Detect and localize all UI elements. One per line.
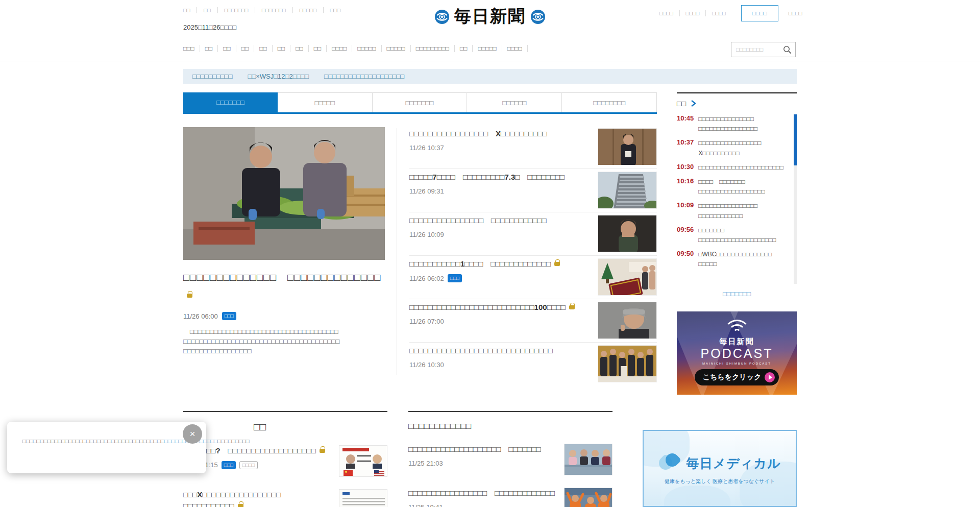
header-right-link[interactable]: □□□□: [680, 10, 706, 16]
thumbnail-image[interactable]: [339, 489, 387, 507]
tab-5[interactable]: □□□□□□□□: [562, 92, 657, 112]
nav-item[interactable]: □□□□□: [352, 45, 381, 52]
search-icon[interactable]: [783, 45, 792, 56]
headline-title[interactable]: □□□□□□□□□□□1□□□□ □□□□□□□□□□□□□: [409, 258, 590, 269]
nav-item[interactable]: □□□□□: [473, 45, 502, 52]
section-rule: [183, 411, 387, 412]
news-title[interactable]: □□□□ □□□□□□□ □□□□□□□□□□□□□□□□□□: [698, 177, 790, 197]
nav-item[interactable]: □□: [200, 45, 218, 52]
thumbnail-image[interactable]: [598, 128, 657, 165]
utility-link[interactable]: □□□: [324, 7, 347, 13]
utility-link[interactable]: □□: [183, 7, 197, 13]
lead-story-badge: □□□: [222, 312, 236, 320]
news-title[interactable]: □□□□□□□□□□□□□□□□□□□□□□□: [698, 163, 783, 173]
headline-time: 11/26 10:30: [409, 361, 590, 369]
more-news-link[interactable]: □□□□□□□: [677, 290, 797, 298]
headline-list: □□□□□□□□□□□□□□□□□ X□□□□□□□□□□ 11/26 10:3…: [409, 126, 657, 385]
nav-item[interactable]: □□□□□: [382, 45, 411, 52]
podcast-banner[interactable]: 毎日新聞 PODCAST MAINICHI SHIMBUN PODCAST こち…: [677, 311, 797, 395]
close-icon[interactable]: ×: [183, 424, 202, 444]
nav-item[interactable]: □□: [273, 45, 291, 52]
tab-3[interactable]: □□□□□□□: [373, 92, 468, 112]
article-title[interactable]: □□□□□□□□□□□□□□□□□ □□□□□□□□□□□□□: [408, 488, 557, 499]
article-meta: 11/25 19:41: [408, 503, 557, 507]
headline-title[interactable]: □□□□□□□□□□□□□□□□□□□□□□□□□□□□□□□: [409, 345, 590, 356]
sidebar-news-item[interactable]: 09:50 □WBC□□□□□□□□□□□□□□□ □□□□□: [677, 250, 790, 269]
thumbnail-image[interactable]: [598, 302, 657, 339]
bottom-article-item[interactable]: □□□□□□□? □□□□□□□□□□□□□□□□□□□ 11/25 21:15…: [183, 445, 387, 477]
headline-item[interactable]: □□□□□□□□□□□□□□□□□□□□□□□□□□□□□□□ 11/26 10…: [409, 343, 657, 385]
section-tabs: □□□□□□□ □□□□□ □□□□□□□ □□□□□□ □□□□□□□□: [183, 92, 657, 114]
thumbnail-image[interactable]: [339, 445, 387, 477]
headline-title[interactable]: □□□□□7□□□□ □□□□□□□□□7.3□ □□□□□□□□: [409, 172, 590, 182]
lock-icon: [238, 504, 243, 507]
podcast-click-button[interactable]: こちらをクリック: [695, 369, 779, 385]
header-extra-link[interactable]: □□□□: [789, 10, 802, 16]
headline-title[interactable]: □□□□□□□□□□□□□□□□□□□□□□□□□□□100□□□□: [409, 302, 590, 312]
thumbnail-image[interactable]: [598, 258, 657, 296]
article-title[interactable]: □□□□□□□□□□□□□□□□□□□□ □□□□□□□: [408, 444, 557, 455]
utility-link[interactable]: □□□□□□□: [255, 7, 293, 13]
news-title[interactable]: □□□□□□□ □□□□□□□□□□□□□□□□□□□□□: [698, 226, 790, 245]
bottom-article-item[interactable]: □□□□□□□□□□□□□□□□□□□□ □□□□□□□ 11/25 21:03: [408, 444, 612, 475]
scrollbar-track[interactable]: [794, 114, 797, 284]
thumbnail-image[interactable]: [598, 345, 657, 382]
nav-item[interactable]: □□: [236, 45, 255, 52]
thumbnail-image[interactable]: [564, 488, 612, 507]
site-logo[interactable]: 毎日新聞: [434, 5, 546, 28]
sidebar-news-item[interactable]: 10:16 □□□□ □□□□□□□ □□□□□□□□□□□□□□□□□□: [677, 177, 790, 197]
lead-story-photo[interactable]: [183, 127, 385, 260]
utility-link[interactable]: □□: [197, 7, 217, 13]
notice-link[interactable]: □□×WSJ□12□2□□□□: [248, 73, 309, 80]
sidebar-news-item[interactable]: 10:09 □□□□□□□□□□□□□□□□ □□□□□□□□□□□□: [677, 201, 790, 221]
headline-item[interactable]: □□□□□□□□□□□1□□□□ □□□□□□□□□□□□□ 11/26 06:…: [409, 256, 657, 299]
headline-item[interactable]: □□□□□7□□□□ □□□□□□□□□7.3□ □□□□□□□□ 11/26 …: [409, 169, 657, 212]
news-title[interactable]: □WBC□□□□□□□□□□□□□□□ □□□□□: [698, 250, 790, 269]
header-right-link[interactable]: □□□□: [653, 10, 680, 16]
nav-item[interactable]: □□: [254, 45, 273, 52]
sidebar-news-item[interactable]: 10:45 □□□□□□□□□□□□□□□ □□□□□□□□□□□□□□□□: [677, 114, 790, 134]
search-input[interactable]: [731, 42, 780, 57]
header-right-link[interactable]: □□□□: [706, 10, 732, 16]
nav-item[interactable]: □□: [218, 45, 236, 52]
scrollbar-thumb[interactable]: [794, 114, 797, 165]
nav-item[interactable]: □□□□: [502, 45, 528, 52]
medical-heart-icon: [659, 453, 680, 473]
sidebar-news-item[interactable]: 10:37 □□□□□□□□□□□□□□□□□ X□□□□□□□□□□: [677, 138, 790, 158]
lead-story-headline[interactable]: □□□□□□□□□□□□□□ □□□□□□□□□□□□□□: [183, 270, 385, 285]
headline-title[interactable]: □□□□□□□□□□□□□□□□□ X□□□□□□□□□□: [409, 128, 590, 139]
headline-item[interactable]: □□□□□□□□□□□□□□□□ □□□□□□□□□□□□ 11/26 10:0…: [409, 212, 657, 256]
thumbnail-image[interactable]: [598, 172, 657, 209]
utility-link[interactable]: □□□□□□□: [218, 7, 256, 13]
bottom-article-item[interactable]: □□□□□□□□□□□□□□□□□ □□□□□□□□□□□□□ 11/25 19…: [408, 488, 612, 507]
tab-2[interactable]: □□□□□: [278, 92, 373, 112]
news-time: 09:56: [677, 226, 694, 245]
bottom-article-item[interactable]: □□□X□□□□□□□□□□□□□□□□□ □□□□□□□□□□□ 11/25 …: [183, 489, 387, 507]
news-title[interactable]: □□□□□□□□□□□□□□□ □□□□□□□□□□□□□□□□: [698, 114, 790, 134]
headline-item[interactable]: □□□□□□□□□□□□□□□□□ X□□□□□□□□□□ 11/26 10:3…: [409, 126, 657, 169]
notice-link[interactable]: □□□□□□□□□□□□□□□□□□□□: [324, 73, 404, 80]
lock-icon: [187, 294, 192, 298]
thumbnail-image[interactable]: [598, 215, 657, 252]
login-button[interactable]: □□□□: [741, 5, 778, 21]
article-title[interactable]: □□□X□□□□□□□□□□□□□□□□□ □□□□□□□□□□□: [183, 489, 332, 507]
nav-item[interactable]: □□□: [183, 45, 200, 52]
headline-title[interactable]: □□□□□□□□□□□□□□□□ □□□□□□□□□□□□: [409, 215, 590, 226]
notice-link[interactable]: □□□□□□□□□□: [192, 73, 233, 80]
sidebar-news-item[interactable]: 09:56 □□□□□□□ □□□□□□□□□□□□□□□□□□□□□: [677, 226, 790, 245]
tab-latest[interactable]: □□□□□□□: [183, 92, 278, 112]
sidebar-news-item[interactable]: 10:30 □□□□□□□□□□□□□□□□□□□□□□□: [677, 163, 790, 173]
nav-item[interactable]: □□□□: [327, 45, 352, 52]
nav-item[interactable]: □□□□□□□□□: [411, 45, 455, 52]
nav-item[interactable]: □□: [290, 45, 309, 52]
medical-banner[interactable]: 毎日メディカル 健康をもっと楽しく 医療と患者をつなぐサイト: [643, 430, 797, 507]
utility-link[interactable]: □□□□□: [293, 7, 324, 13]
headline-item[interactable]: □□□□□□□□□□□□□□□□□□□□□□□□□□□100□□□□ 11/26…: [409, 299, 657, 343]
nav-item[interactable]: □□: [455, 45, 473, 52]
thumbnail-image[interactable]: [564, 444, 612, 475]
nav-item[interactable]: □□: [309, 45, 327, 52]
sidebar-heading[interactable]: □□: [677, 99, 797, 108]
news-title[interactable]: □□□□□□□□□□□□□□□□ □□□□□□□□□□□□: [698, 201, 790, 221]
tab-4[interactable]: □□□□□□: [467, 92, 562, 112]
news-title[interactable]: □□□□□□□□□□□□□□□□□ X□□□□□□□□□□: [698, 138, 790, 158]
